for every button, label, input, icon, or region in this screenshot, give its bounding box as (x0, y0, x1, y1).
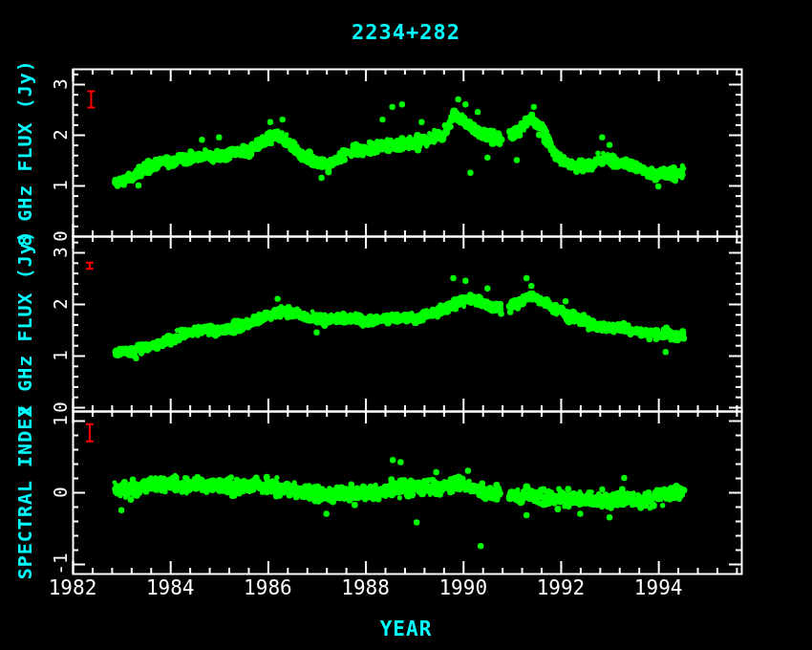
plot-canvas (0, 0, 812, 650)
figure-title: 2234+282 (352, 20, 460, 44)
y-axis-label-2ghz: 2 GHz FLUX (Jy) (13, 229, 36, 417)
y-axis-label-spectral-index: SPECTRAL INDEX (13, 405, 36, 580)
radio-light-curve-figure: 2234+282 8 GHz FLUX (Jy) 2 GHz FLUX (Jy)… (0, 0, 812, 650)
y-axis-label-8ghz: 8 GHz FLUX (Jy) (13, 59, 36, 247)
x-axis-label: YEAR (380, 618, 433, 640)
